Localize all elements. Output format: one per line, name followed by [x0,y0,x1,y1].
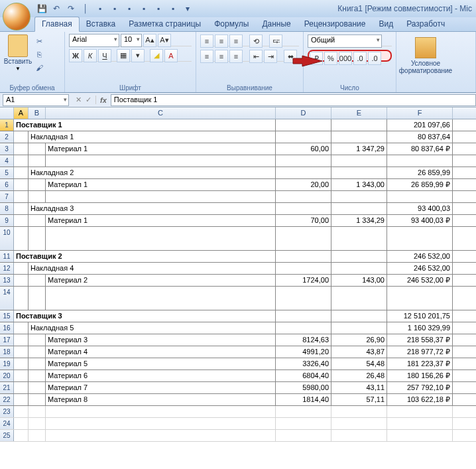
cell[interactable] [331,155,387,167]
cell[interactable] [276,203,331,214]
redo-icon[interactable]: ↷ [66,4,76,13]
row-header[interactable]: 23 [0,406,14,417]
underline-button[interactable]: Ч [98,49,111,62]
fx-icon[interactable]: fx [100,96,107,104]
cancel-icon[interactable]: ✕ [76,96,82,104]
name-box[interactable]: A1 [3,94,69,106]
col-header-C[interactable]: C [46,107,276,119]
cell-invoice[interactable]: Накладная 1 [29,131,276,143]
cell[interactable]: 43,11 [331,382,387,393]
row-header[interactable]: 9 [0,215,14,226]
cell[interactable] [29,334,46,346]
copy-icon[interactable]: ⎘ [33,49,45,60]
cell[interactable]: 1 343,00 [331,179,387,190]
cell[interactable] [14,334,29,346]
cell[interactable] [331,131,387,143]
row-header[interactable]: 17 [0,334,14,346]
row-header[interactable]: 1 [0,119,14,131]
row-header[interactable]: 15 [0,310,14,322]
cell[interactable]: Материал 1 [46,143,276,155]
cell[interactable]: 180 156,26 ₽ [387,370,453,381]
undo-icon[interactable]: ↶ [52,4,61,13]
cell[interactable]: 1 334,29 [331,215,387,226]
font-size-combo[interactable]: 10 [121,34,142,47]
cell[interactable] [29,430,46,441]
col-header-E[interactable]: E [331,107,387,119]
cell[interactable] [387,227,453,250]
cell[interactable] [29,275,46,286]
cell[interactable] [46,287,276,310]
cell[interactable] [387,430,453,441]
row-header[interactable]: 10 [0,227,14,250]
cell[interactable] [14,203,29,214]
cell[interactable]: 93 400,03 [387,203,453,214]
cell[interactable] [276,430,331,441]
cell[interactable] [331,251,387,262]
tab-pagelayout[interactable]: Разметка страницы [122,17,208,31]
cell[interactable]: Материал 8 [46,394,276,405]
cell[interactable]: 26 859,99 [387,167,453,178]
cut-icon[interactable]: ✂ [33,36,45,46]
tab-insert[interactable]: Вставка [80,17,123,31]
save-icon[interactable]: 💾 [37,4,46,13]
font-color-icon[interactable]: A [164,49,178,62]
cell[interactable]: 60,00 [276,143,331,155]
cell[interactable] [29,215,46,226]
cell[interactable] [29,418,46,429]
borders-icon[interactable]: ▦ [117,49,130,62]
percent-icon[interactable]: % [324,52,337,65]
tab-formulas[interactable]: Формулы [208,17,255,31]
row-header[interactable]: 25 [0,430,14,441]
cell[interactable] [29,406,46,417]
cell-invoice[interactable]: Накладная 4 [29,263,276,274]
col-header-D[interactable]: D [276,107,331,119]
cell[interactable] [29,346,46,358]
cell-invoice[interactable]: Накладная 2 [29,167,276,178]
cell[interactable] [276,287,331,310]
cell[interactable]: Материал 4 [46,346,276,358]
comma-icon[interactable]: 000 [339,52,352,65]
cell[interactable] [14,346,29,358]
qat-btn[interactable]: ▪ [154,4,163,13]
cell[interactable]: Материал 1 [46,215,276,226]
row-header[interactable]: 8 [0,203,14,214]
row-header[interactable]: 4 [0,155,14,167]
cell[interactable] [29,358,46,369]
row-header[interactable]: 5 [0,167,14,178]
cell[interactable]: 5980,00 [276,382,331,393]
cell[interactable]: Материал 6 [46,370,276,381]
borders-more-icon[interactable]: ▾ [131,49,145,62]
cell-supplier[interactable]: Поставщик 2 [14,251,276,262]
cell[interactable]: 26,90 [331,334,387,346]
cell[interactable]: 93 400,03 ₽ [387,215,453,226]
align-middle-icon[interactable]: ≡ [215,34,228,48]
cell[interactable]: 43,87 [331,346,387,358]
cell[interactable] [14,227,29,250]
tab-home[interactable]: Главная [34,17,80,32]
cell[interactable]: 80 837,64 ₽ [387,143,453,155]
cell[interactable] [331,287,387,310]
cell[interactable]: 70,00 [276,215,331,226]
cell-invoice[interactable]: Накладная 5 [29,322,276,334]
cell[interactable]: 26 859,99 ₽ [387,179,453,190]
row-header[interactable]: 24 [0,418,14,429]
cell-supplier[interactable]: Поставщик 1 [14,119,276,131]
cell[interactable] [14,406,29,417]
cell[interactable] [276,251,331,262]
cell[interactable] [14,215,29,226]
cell[interactable]: 12 510 201,75 [387,310,453,322]
font-name-combo[interactable]: Arial [69,34,119,47]
row-header[interactable]: 21 [0,382,14,393]
paste-button[interactable]: Вставить ▼ [4,34,32,92]
cell[interactable] [276,227,331,250]
cell[interactable] [14,418,29,429]
tab-view[interactable]: Вид [372,17,400,31]
cell[interactable] [29,191,46,202]
cell[interactable]: 143,00 [331,275,387,286]
number-format-combo[interactable]: Общий [308,34,382,48]
format-painter-icon[interactable]: 🖌 [33,62,45,73]
cell[interactable] [276,310,331,322]
cell[interactable] [29,394,46,405]
cell[interactable] [29,382,46,393]
cell[interactable] [387,406,453,417]
